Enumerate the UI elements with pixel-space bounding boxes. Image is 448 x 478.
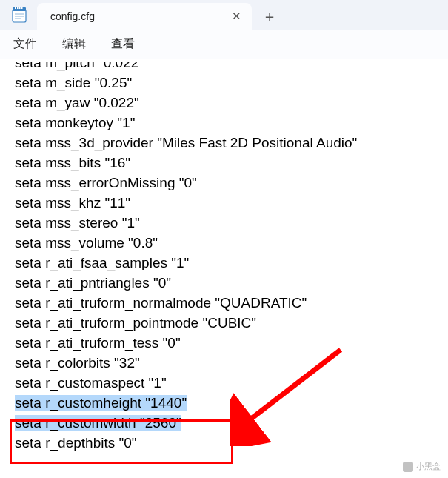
text-line: seta r_ati_pntriangles "0": [15, 273, 433, 293]
text-line: seta m_pitch "0.022": [15, 62, 433, 73]
text-line-highlighted: seta r_customwidth "2560": [15, 413, 433, 433]
text-line: seta mss_errorOnMissing "0": [15, 173, 433, 193]
svg-rect-5: [21, 7, 23, 9]
text-line: seta r_ati_truform_pointmode "CUBIC": [15, 313, 433, 333]
text-line: seta monkeytoy "1": [15, 113, 433, 133]
text-line: seta r_ati_truform_tess "0": [15, 333, 433, 353]
tab-title: config.cfg: [50, 10, 228, 22]
text-line: seta mss_bits "16": [15, 153, 433, 173]
close-icon[interactable]: ✕: [228, 8, 244, 24]
new-tab-button[interactable]: ＋: [255, 3, 284, 30]
svg-rect-4: [19, 7, 21, 9]
text-line: seta r_depthbits "0": [15, 433, 433, 453]
text-line: seta r_ati_fsaa_samples "1": [15, 253, 433, 273]
text-line: seta m_yaw "0.022": [15, 93, 433, 113]
file-tab[interactable]: config.cfg ✕: [37, 3, 252, 30]
tab-bar: config.cfg ✕ ＋: [0, 0, 448, 30]
watermark-text: 小黑盒: [416, 461, 441, 472]
text-line-highlighted: seta r_customheight "1440": [15, 393, 433, 413]
menu-edit[interactable]: 编辑: [62, 36, 86, 52]
text-line: seta r_colorbits "32": [15, 353, 433, 373]
menu-file[interactable]: 文件: [13, 36, 37, 52]
watermark: 小黑盒: [403, 461, 441, 472]
text-line: seta mss_3d_provider "Miles Fast 2D Posi…: [15, 133, 433, 153]
menu-bar: 文件 编辑 查看: [0, 30, 448, 59]
text-line: seta mss_volume "0.8": [15, 233, 433, 253]
text-line: seta mss_khz "11": [15, 193, 433, 213]
svg-rect-2: [15, 7, 16, 9]
menu-view[interactable]: 查看: [111, 36, 135, 52]
editor-content[interactable]: seta m_pitch "0.022" seta m_side "0.25" …: [0, 59, 448, 478]
text-line: seta r_ati_truform_normalmode "QUADRATIC…: [15, 293, 433, 313]
text-line: seta r_customaspect "1": [15, 373, 433, 393]
text-line: seta m_side "0.25": [15, 73, 433, 93]
svg-rect-3: [17, 7, 19, 9]
text-line: seta mss_stereo "1": [15, 213, 433, 233]
notepad-icon: [10, 6, 28, 24]
watermark-icon: [403, 462, 413, 472]
